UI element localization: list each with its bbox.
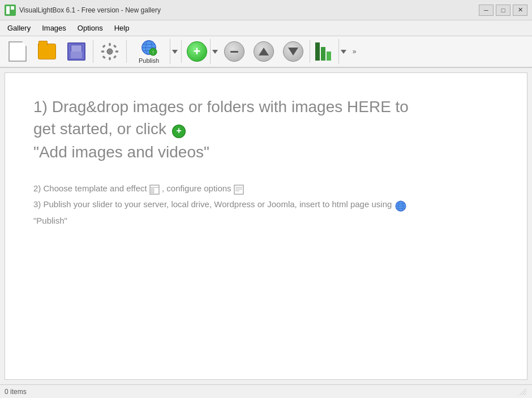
arrow-up-shape: [259, 48, 269, 55]
bar1: [315, 42, 320, 61]
instruction-step2: 2) Choose template and effect , configur…: [33, 181, 430, 228]
menu-bar: Gallery Images Options Help: [0, 20, 532, 36]
menu-gallery[interactable]: Gallery: [2, 22, 36, 35]
minus-shape: [230, 51, 238, 53]
svg-rect-25: [234, 185, 243, 194]
step3-prefix: 3) Publish your slider to your server, l…: [33, 199, 392, 209]
open-icon: [38, 44, 56, 59]
open-button[interactable]: [33, 38, 61, 65]
separator-1: [93, 40, 93, 63]
theme-group: [312, 38, 347, 65]
arrow-down-shape: [288, 48, 298, 55]
svg-text:+: +: [176, 126, 181, 135]
svg-rect-10: [102, 55, 106, 59]
remove-icon: [224, 41, 244, 62]
chevron-down-icon: [172, 50, 178, 54]
options-small-icon: [234, 181, 244, 196]
theme-dropdown[interactable]: [338, 38, 347, 65]
step2-text: 2) Choose template and effect: [33, 183, 147, 193]
add-images-dropdown[interactable]: [210, 38, 219, 65]
title-bar: VisualLightBox 6.1 - Free version - New …: [0, 0, 532, 20]
items-count: 0 items: [5, 388, 27, 396]
window-title: VisualLightBox 6.1 - Free version - New …: [19, 6, 161, 14]
template-icon: [149, 181, 160, 196]
globe-icon: ↑: [140, 39, 158, 56]
menu-options[interactable]: Options: [72, 22, 108, 35]
svg-line-35: [522, 391, 526, 395]
publish-dropdown[interactable]: [170, 38, 179, 65]
svg-rect-2: [11, 6, 14, 10]
step1-suffix: "Add images and videos": [33, 143, 209, 161]
svg-rect-8: [102, 45, 106, 48]
content-panel[interactable]: 1) Drag&drop images or folders with imag…: [5, 72, 527, 380]
resize-grip-icon: [518, 387, 527, 396]
move-up-button[interactable]: [250, 38, 278, 65]
add-icon: +: [187, 41, 207, 62]
svg-line-36: [524, 393, 526, 395]
add-images-button[interactable]: +: [184, 38, 210, 65]
move-up-icon: [254, 41, 274, 62]
svg-rect-6: [101, 51, 104, 53]
menu-help[interactable]: Help: [109, 22, 135, 35]
separator-2: [126, 40, 127, 63]
minimize-button[interactable]: ─: [479, 5, 494, 16]
theme-button[interactable]: [312, 38, 338, 65]
inline-globe-icon: [394, 198, 407, 213]
chevron-down-icon: [341, 50, 346, 54]
publish-label: Publish: [139, 57, 159, 64]
instructions: 1) Drag&drop images or folders with imag…: [33, 96, 430, 228]
instruction-step1: 1) Drag&drop images or folders with imag…: [33, 96, 430, 164]
separator-4: [310, 40, 310, 63]
toolbar: ↑ Publish +: [0, 36, 532, 68]
svg-rect-7: [115, 51, 118, 53]
separator-3: [181, 40, 182, 63]
new-button[interactable]: [3, 38, 32, 65]
app-icon: [5, 5, 16, 16]
status-bar: 0 items: [0, 384, 532, 398]
add-images-group: +: [184, 38, 219, 65]
title-bar-left: VisualLightBox 6.1 - Free version - New …: [5, 5, 161, 16]
step1-text: 1) Drag&drop images or folders with imag…: [33, 98, 409, 138]
svg-rect-5: [109, 57, 111, 60]
save-icon: [67, 42, 85, 61]
more-button[interactable]: »: [349, 38, 360, 65]
svg-text:↑: ↑: [152, 49, 155, 55]
move-down-icon: [283, 41, 303, 62]
remove-button[interactable]: [220, 38, 248, 65]
save-button[interactable]: [62, 38, 91, 65]
move-down-button[interactable]: [279, 38, 307, 65]
chart-icon: [315, 42, 336, 61]
main-area: 1) Drag&drop images or folders with imag…: [0, 68, 532, 384]
inline-add-icon: +: [171, 119, 187, 141]
svg-rect-1: [6, 6, 10, 14]
new-icon: [8, 41, 27, 62]
svg-rect-11: [113, 55, 117, 59]
gear-icon: [101, 42, 119, 61]
publish-button[interactable]: ↑ Publish: [129, 38, 169, 65]
chevron-down-icon: [212, 50, 218, 54]
svg-rect-24: [151, 189, 154, 193]
menu-images[interactable]: Images: [37, 22, 71, 35]
maximize-button[interactable]: □: [496, 5, 510, 16]
step3-suffix: "Publish": [33, 216, 67, 225]
svg-rect-9: [113, 45, 117, 48]
bar3: [327, 52, 331, 61]
options-button[interactable]: [96, 38, 124, 65]
close-button[interactable]: ✕: [513, 5, 527, 16]
svg-rect-4: [109, 43, 111, 46]
step2-mid: , configure options: [162, 183, 231, 193]
svg-point-3: [107, 49, 113, 54]
bar2: [321, 47, 325, 61]
title-bar-controls: ─ □ ✕: [479, 5, 527, 16]
